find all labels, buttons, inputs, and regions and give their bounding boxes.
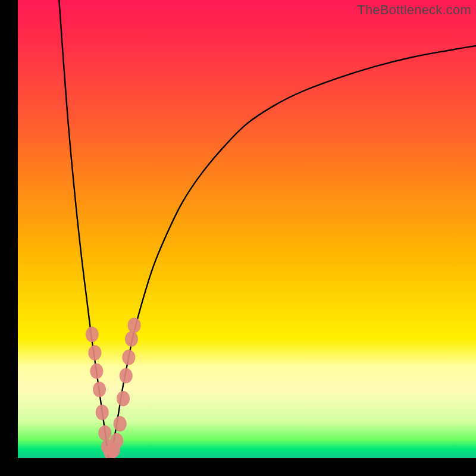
plot-area: TheBottleneck.com xyxy=(18,0,476,458)
chart-frame: TheBottleneck.com xyxy=(0,0,476,476)
data-marker xyxy=(110,433,123,449)
marker-group xyxy=(86,318,141,458)
data-marker xyxy=(96,405,109,420)
curve-right-branch xyxy=(111,46,476,458)
data-marker xyxy=(98,425,111,441)
data-marker xyxy=(86,327,99,342)
chart-overlay xyxy=(18,0,476,458)
data-marker xyxy=(120,368,133,383)
data-marker xyxy=(128,318,141,333)
data-marker xyxy=(117,391,130,406)
data-marker xyxy=(90,364,103,379)
data-marker xyxy=(93,382,106,397)
data-marker xyxy=(88,345,101,361)
data-marker xyxy=(122,350,135,365)
data-marker xyxy=(114,416,127,431)
data-marker xyxy=(125,331,138,347)
